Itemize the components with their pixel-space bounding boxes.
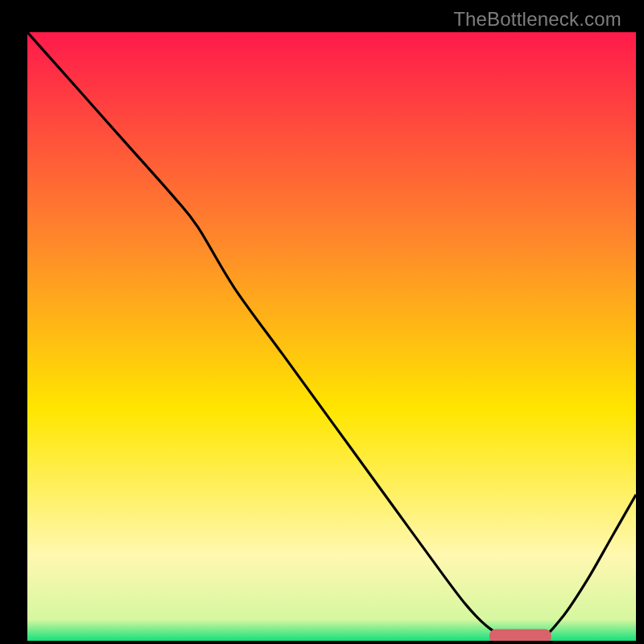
chart-frame: TheBottleneck.com <box>10 10 634 634</box>
watermark-text: TheBottleneck.com <box>453 8 621 31</box>
optimal-marker <box>490 630 551 641</box>
chart-plot-area <box>27 32 636 641</box>
gradient-background <box>27 32 636 641</box>
chart-svg <box>27 32 636 641</box>
